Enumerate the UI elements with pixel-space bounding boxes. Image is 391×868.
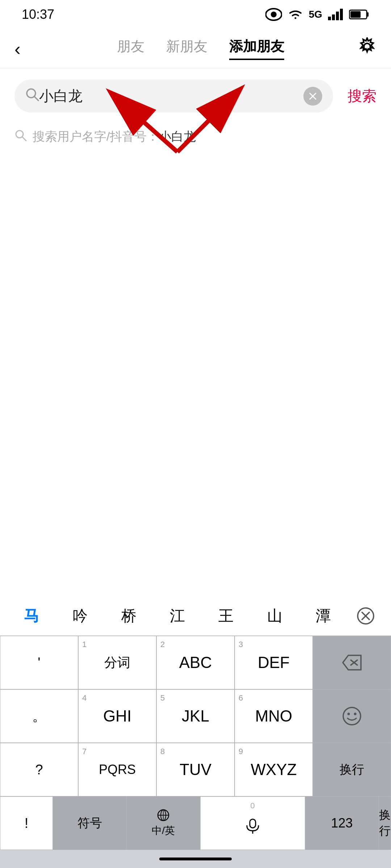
- key-exclamation[interactable]: !: [0, 796, 53, 850]
- key-ghi[interactable]: 4 GHI: [78, 689, 156, 743]
- suggestion-row[interactable]: 搜索用户名字/抖音号：小白龙: [0, 120, 391, 154]
- svg-line-11: [34, 97, 38, 101]
- gear-icon: [358, 37, 377, 56]
- key-delete[interactable]: [313, 636, 391, 689]
- signal-icon: [327, 8, 344, 21]
- key-def[interactable]: 3 DEF: [235, 636, 313, 689]
- key-symbol[interactable]: 符号: [53, 796, 126, 850]
- svg-rect-31: [250, 819, 256, 828]
- search-bar[interactable]: 小白龙: [14, 80, 333, 112]
- nav-bar: ‹ 朋友 新朋友 添加朋友: [0, 29, 391, 69]
- search-clear-button[interactable]: [303, 87, 322, 106]
- search-icon: [25, 88, 39, 105]
- globe-icon: [157, 809, 170, 822]
- key-space[interactable]: 0: [200, 796, 305, 850]
- status-time: 10:37: [22, 7, 54, 22]
- key-fenci[interactable]: 1 分词: [78, 636, 156, 689]
- key-tuv[interactable]: 8 TUV: [156, 743, 235, 796]
- svg-point-24: [343, 707, 361, 725]
- candidate-delete-button[interactable]: [348, 607, 384, 625]
- svg-line-15: [22, 137, 26, 141]
- svg-rect-4: [336, 12, 339, 20]
- tab-add-friends[interactable]: 添加朋友: [229, 37, 284, 60]
- eye-icon: [265, 8, 282, 21]
- key-period[interactable]: 。: [0, 689, 78, 743]
- key-question[interactable]: ?: [0, 743, 78, 796]
- settings-button[interactable]: [358, 37, 377, 60]
- svg-rect-3: [332, 14, 335, 20]
- key-abc[interactable]: 2 ABC: [156, 636, 235, 689]
- tab-new-friends[interactable]: 新朋友: [166, 37, 207, 60]
- nav-tabs: 朋友 新朋友 添加朋友: [43, 37, 358, 60]
- key-emoji[interactable]: [313, 689, 391, 743]
- key-lang[interactable]: 中/英: [126, 796, 200, 850]
- key-mno[interactable]: 6 MNO: [235, 689, 313, 743]
- key-wxyz[interactable]: 9 WXYZ: [235, 743, 313, 796]
- keyboard-row-4: ! 符号 中/英 0: [0, 796, 391, 850]
- svg-rect-7: [367, 12, 369, 17]
- keyboard-row-3: ? 7 PQRS 8 TUV 9 WXYZ 换行: [0, 743, 391, 796]
- network-label: 5G: [309, 9, 322, 20]
- suggestion-text: 搜索用户名字/抖音号：小白龙: [33, 128, 196, 145]
- backspace-icon: [341, 654, 363, 672]
- tab-friends[interactable]: 朋友: [117, 37, 144, 60]
- key-newline-tall[interactable]: 换行: [313, 743, 391, 796]
- keyboard-area: 马 吟 桥 江 王 山 潭 ' 1 分词 2: [0, 596, 391, 868]
- search-row: 小白龙 搜索: [14, 80, 377, 112]
- key-num123[interactable]: 123: [305, 796, 379, 850]
- status-bar: 10:37 5G: [0, 0, 391, 29]
- key-jkl[interactable]: 5 JKL: [156, 689, 235, 743]
- keyboard-row-2: 。 4 GHI 5 JKL 6 MNO: [0, 689, 391, 743]
- key-pqrs[interactable]: 7 PQRS: [78, 743, 156, 796]
- key-rows: ' 1 分词 2 ABC 3 DEF: [0, 636, 391, 850]
- candidate-item-4[interactable]: 王: [202, 606, 250, 626]
- key-newline-bottom[interactable]: 换行: [379, 796, 391, 850]
- back-button[interactable]: ‹: [14, 38, 43, 59]
- home-bar: [159, 858, 232, 860]
- mic-icon: [245, 818, 261, 834]
- svg-point-25: [348, 713, 350, 715]
- svg-point-1: [271, 12, 277, 17]
- home-indicator: [0, 850, 391, 868]
- emoji-icon: [342, 706, 362, 726]
- wifi-icon: [287, 8, 304, 21]
- search-input-value: 小白龙: [39, 86, 303, 106]
- svg-rect-5: [340, 9, 343, 20]
- candidate-item-6[interactable]: 潭: [299, 606, 348, 626]
- svg-point-26: [354, 713, 357, 715]
- candidate-item-1[interactable]: 吟: [56, 606, 104, 626]
- search-button[interactable]: 搜索: [348, 86, 377, 106]
- battery-icon: [349, 9, 369, 20]
- search-area: 小白龙 搜索: [0, 69, 391, 120]
- status-icons: 5G: [265, 8, 369, 21]
- svg-rect-8: [350, 11, 361, 18]
- key-apostrophe[interactable]: ': [0, 636, 78, 689]
- keyboard-row-1: ' 1 分词 2 ABC 3 DEF: [0, 636, 391, 689]
- candidate-item-0[interactable]: 马: [7, 606, 56, 626]
- candidates-row: 马 吟 桥 江 王 山 潭: [0, 596, 391, 636]
- suggestion-search-icon: [14, 129, 27, 144]
- candidate-item-5[interactable]: 山: [250, 606, 299, 626]
- candidate-item-2[interactable]: 桥: [105, 606, 153, 626]
- candidate-item-3[interactable]: 江: [153, 606, 202, 626]
- svg-rect-2: [328, 17, 331, 20]
